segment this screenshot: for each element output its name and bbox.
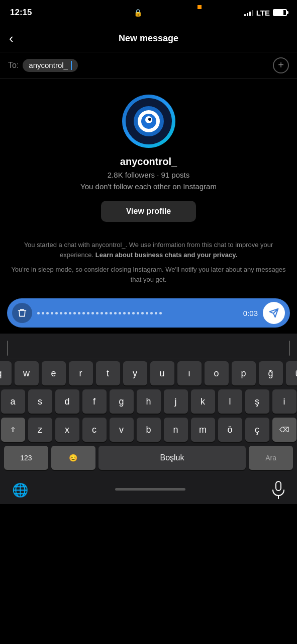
key-w[interactable]: w [15, 361, 39, 385]
follow-status: You don't follow each other on Instagram [80, 182, 217, 191]
search-key[interactable]: Ara [249, 446, 293, 470]
key-n[interactable]: n [164, 418, 188, 442]
status-bar: 12:15 🔒 LTE [0, 0, 297, 25]
key-u-umlaut[interactable]: ü [286, 361, 298, 385]
key-y[interactable]: y [123, 361, 147, 385]
recipient-name: anycontrol_ [29, 61, 68, 69]
battery-icon [273, 9, 287, 16]
avatar [121, 94, 176, 149]
recipient-chip[interactable]: anycontrol_ [23, 59, 78, 72]
to-label: To: [8, 61, 19, 70]
sim-icon: 🔒 [134, 9, 142, 17]
keyboard-row-1: q w e r t y u ı o p ğ ü [4, 361, 293, 385]
status-icons: LTE [244, 9, 287, 17]
sleep-mode-text: You're in sleep mode, so consider closin… [10, 265, 287, 284]
key-s-cedilla[interactable]: ş [245, 389, 269, 414]
shift-key[interactable]: ⇧ [1, 418, 25, 442]
key-c-cedilla[interactable]: ç [245, 418, 269, 442]
key-k[interactable]: k [191, 389, 215, 414]
audio-duration: 0:03 [243, 309, 258, 317]
nav-bar: ‹ New message [0, 25, 297, 52]
profile-username: anycontrol_ [120, 156, 177, 168]
key-x[interactable]: x [55, 418, 79, 442]
key-u[interactable]: u [150, 361, 174, 385]
key-g-breve[interactable]: ğ [259, 361, 283, 385]
key-e[interactable]: e [42, 361, 66, 385]
numbers-key[interactable]: 123 [4, 446, 48, 470]
view-profile-button[interactable]: View profile [101, 201, 196, 222]
key-p[interactable]: p [232, 361, 256, 385]
key-i[interactable]: i [272, 389, 296, 414]
key-d[interactable]: d [55, 389, 79, 414]
info-section: You started a chat with anycontrol_. We … [0, 232, 297, 292]
keyboard: q w e r t y u ı o p ğ ü a s d f g h j k … [0, 334, 297, 504]
keyboard-row-4: 123 😊 Boşluk Ara [4, 446, 293, 470]
orange-dot [197, 5, 202, 9]
spacebar[interactable]: Boşluk [98, 446, 246, 470]
key-v[interactable]: v [110, 418, 134, 442]
chat-info-text: You started a chat with anycontrol_. We … [10, 240, 287, 260]
learn-more-link[interactable]: Learn about business chats and your priv… [95, 251, 237, 259]
key-b[interactable]: b [137, 418, 161, 442]
key-q[interactable]: q [0, 361, 12, 385]
key-j[interactable]: j [164, 389, 188, 414]
home-indicator [115, 488, 185, 491]
key-dotless-i[interactable]: ı [177, 361, 202, 385]
key-h[interactable]: h [137, 389, 161, 414]
keyboard-row-2: a s d f g h j k l ş i [4, 389, 293, 414]
key-z[interactable]: z [28, 418, 52, 442]
keyboard-row-3: ⇧ z x c v b n m ö ç ⌫ [4, 418, 293, 442]
cursor [71, 61, 72, 70]
key-o-umlaut[interactable]: ö [218, 418, 242, 442]
key-o[interactable]: o [205, 361, 229, 385]
key-g[interactable]: g [110, 389, 134, 414]
key-a[interactable]: a [1, 389, 25, 414]
key-c[interactable]: c [82, 418, 107, 442]
back-button[interactable]: ‹ [9, 31, 14, 46]
delete-audio-button[interactable] [12, 303, 32, 323]
toolbar-right-spacer [289, 341, 290, 356]
emoji-key[interactable]: 😊 [51, 446, 95, 470]
key-s[interactable]: s [28, 389, 52, 414]
send-audio-button[interactable] [263, 302, 285, 324]
key-l[interactable]: l [218, 389, 242, 414]
lte-label: LTE [256, 9, 270, 17]
svg-rect-7 [276, 481, 281, 491]
page-title: New message [119, 33, 178, 44]
key-f[interactable]: f [82, 389, 107, 414]
audio-message-bar: 0:03 [7, 298, 290, 328]
profile-section: anycontrol_ 2.8K followers · 91 posts Yo… [0, 78, 297, 232]
delete-key[interactable]: ⌫ [272, 418, 296, 442]
bottom-toolbar: 🌐 [2, 476, 295, 504]
keyboard-rows: q w e r t y u ı o p ğ ü a s d f g h j k … [2, 359, 295, 476]
signal-bars [244, 9, 253, 16]
to-field: To: anycontrol_ + [0, 52, 297, 78]
profile-stats: 2.8K followers · 91 posts [108, 171, 189, 179]
keyboard-toolbar [2, 338, 295, 359]
status-time: 12:15 [10, 8, 32, 18]
key-t[interactable]: t [96, 361, 120, 385]
microphone-icon[interactable] [272, 481, 285, 499]
audio-waveform [37, 312, 238, 314]
svg-point-6 [148, 118, 151, 121]
toolbar-left-spacer [7, 341, 8, 356]
key-r[interactable]: r [69, 361, 93, 385]
add-recipient-button[interactable]: + [273, 57, 289, 73]
key-m[interactable]: m [191, 418, 215, 442]
globe-icon[interactable]: 🌐 [12, 482, 28, 498]
